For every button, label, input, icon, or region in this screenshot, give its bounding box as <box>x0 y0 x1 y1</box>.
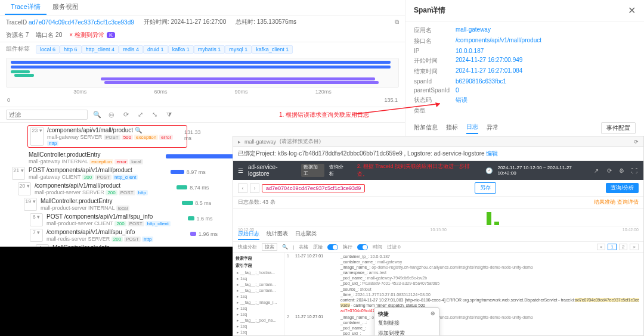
field-item[interactable]: ▸ __tag__:_image_i... <box>236 300 281 306</box>
tab-cluster[interactable]: 日志聚类 <box>295 229 317 240</box>
span-search-input[interactable] <box>6 110 88 120</box>
logstore-stats: 日志条数: 43 条 结果准确 查询详情 <box>233 197 643 209</box>
chip[interactable]: redis 4 <box>119 45 143 54</box>
detail-subtab[interactable]: 指标 <box>446 123 458 133</box>
highlighted-span: 23 ▾/components/api/v1/mall/product 🔍mal… <box>27 125 187 148</box>
stats-detail-link[interactable]: 结果准确 查询详情 <box>594 198 639 206</box>
popover-close-icon[interactable]: ⊗ <box>431 310 435 318</box>
pager-1[interactable]: 1 <box>608 244 616 250</box>
close-icon[interactable]: ✕ <box>628 5 636 16</box>
expand-toggle[interactable]: 19 ▾ <box>24 198 37 211</box>
gutter-refresh-icon[interactable]: ⟳ <box>634 139 639 145</box>
tab-chart[interactable]: 统计图表 <box>267 229 288 240</box>
field-item[interactable]: ▸ __tag__:_contain... <box>236 288 281 294</box>
expand-toggle[interactable]: 6 ▾ <box>30 213 43 226</box>
target-icon[interactable]: ◎ <box>107 110 116 120</box>
open-external-icon[interactable]: ⧉ <box>395 18 399 26</box>
field-item[interactable]: ▸ 1sq <box>236 306 281 312</box>
kv-row: spanIdb6290816c633fbc1 <box>414 77 636 86</box>
traceid-link[interactable]: ad7e0704c09cd47ec937c5cf1c3ce93d9 <box>29 19 134 26</box>
pager: < 1 2 > <box>597 244 639 250</box>
time-toggle[interactable] <box>357 244 368 250</box>
event-config-button[interactable]: 事件配置 <box>601 122 636 134</box>
detail-sub-tabs: 附加信息指标日志异常事件配置 <box>405 120 644 137</box>
entry-filter[interactable]: 端口名 20 <box>36 31 62 39</box>
logstore-histogram[interactable]: 10:12:00 10:15:30 10:42:00 <box>238 210 639 226</box>
detail-subtab[interactable]: 异常 <box>487 123 499 133</box>
query-fwd-icon[interactable]: › <box>250 183 259 193</box>
logstore-tab-query[interactable]: 查询分析 <box>329 164 348 177</box>
field-item[interactable]: ▸ 1sq <box>236 294 281 300</box>
logstore-edit-link[interactable]: 编辑 <box>486 150 498 157</box>
field-search-input[interactable]: 搜索 <box>262 243 277 251</box>
field-item[interactable]: ▸ __tag__:_pod_na... <box>236 318 281 323</box>
context-popover-1: 快捷⊗ 复制链接添加到搜索从搜索排除创建快速查询 <box>374 307 439 335</box>
masked-area <box>0 247 233 336</box>
kv-row: 接口名/components/api/v1/mall/product <box>414 36 636 46</box>
field-item[interactable]: ▸ 1sq <box>236 323 281 329</box>
log-entry[interactable]: 111-27 10:27:01_container_ip_: 10.0.0.18… <box>287 254 641 313</box>
chip[interactable]: http 6 <box>60 45 82 54</box>
expand-toggle[interactable]: 23 ▾ <box>30 127 44 146</box>
popover-option[interactable]: 添加到搜索 <box>378 328 435 335</box>
expand-icon[interactable]: ⤢ <box>135 110 145 120</box>
log-entry[interactable]: 211-27 10:27:01_image_name_: op-demo-reg… <box>287 315 641 335</box>
refresh2-icon[interactable]: ⟳ <box>605 166 613 175</box>
search-icon[interactable]: 🔍 <box>92 110 102 120</box>
wrap-toggle[interactable] <box>327 244 338 250</box>
logstore-entries: 111-27 10:27:01_container_ip_: 10.0.0.18… <box>284 253 643 335</box>
field-item[interactable]: ▸ __tag__:_hostna... <box>236 270 281 276</box>
chip[interactable]: local 6 <box>36 45 60 54</box>
expand-toggle[interactable]: 20 ▾ <box>18 182 31 195</box>
chip[interactable]: http_client 4 <box>82 45 119 54</box>
pager-prev[interactable]: < <box>597 244 606 250</box>
detail-subtab[interactable]: 日志 <box>466 123 478 134</box>
field-item[interactable]: ▸ __tag__:_contain... <box>236 282 281 288</box>
logstore-query-row: ‹ › ad7e0704c09cd47ec937c5cf1c3ce93d9 另存… <box>233 180 643 197</box>
view-raw-button[interactable]: 原始 <box>313 244 323 250</box>
logstore-toolbar: 快速分析 搜索🔍 | 表格 原始 换行 时间 过滤 0 < 1 2 > <box>233 242 643 253</box>
popover-option[interactable]: 复制链接 <box>378 318 435 328</box>
menu-icon[interactable]: ☰ <box>238 167 243 174</box>
collapse-icon[interactable]: ⤡ <box>150 110 159 120</box>
time-range-button[interactable]: 🕘 <box>485 166 493 175</box>
chip[interactable]: druid 1 <box>143 45 168 54</box>
chip[interactable]: kafka_client 1 <box>252 45 293 54</box>
chip[interactable]: mysql 1 <box>225 45 252 54</box>
fullscreen-icon[interactable]: ⛶ <box>631 166 639 175</box>
detail-subtab[interactable]: 附加信息 <box>414 123 438 133</box>
field-item[interactable]: ▸ 1sq <box>236 329 281 335</box>
chip[interactable]: kafka 1 <box>168 45 194 54</box>
query-input[interactable]: ad7e0704c09cd47ec937c5cf1c3ce93d9 <box>262 184 365 192</box>
save-query-button[interactable]: 另存 <box>475 182 496 194</box>
refresh-icon[interactable]: ⟳ <box>121 110 131 120</box>
pager-2[interactable]: 2 <box>619 244 627 250</box>
expand-toggle[interactable]: 21 ▾ <box>12 167 25 180</box>
view-table-button[interactable]: 表格 <box>299 244 308 250</box>
field-item[interactable]: ▸ 1sq <box>236 312 281 318</box>
share-icon[interactable]: ↗ <box>592 166 600 175</box>
tab-service-view[interactable]: 服务视图 <box>47 0 85 15</box>
anomaly-pill[interactable]: × 检测到异常K <box>69 31 115 39</box>
tab-trace-detail[interactable]: Trace详情 <box>5 0 47 15</box>
trace-info-row: TraceID ad7e0704c09cd47ec937c5cf1c3ce93d… <box>0 15 405 29</box>
trace-tabs: Trace详情 服务视图 <box>0 0 405 15</box>
logstore-tab-process[interactable]: 数据加工 <box>301 164 324 177</box>
pager-next[interactable]: > <box>630 244 639 250</box>
annotation-2: 2. 根据 TraceId 找到关联的应用日志做进一步排查。 <box>357 163 475 178</box>
query-back-icon[interactable]: ‹ <box>238 183 247 193</box>
filter-button[interactable]: 过滤 0 <box>387 244 401 250</box>
expand-toggle[interactable]: 7 ▾ <box>30 229 43 242</box>
filter-icon[interactable]: ⧩ <box>164 110 174 120</box>
timeline-overview[interactable] <box>6 58 399 88</box>
run-query-button[interactable]: 查询/分析 <box>606 183 639 193</box>
settings-icon[interactable]: ⚙ <box>618 166 626 175</box>
kv-row: 状态码错误 <box>414 95 636 105</box>
inspect-icon[interactable]: 🔍 <box>133 127 142 133</box>
resource-filter[interactable]: 资源名 7 <box>6 31 29 39</box>
kv-row: 应用名mall-gateway <box>414 25 636 36</box>
field-item[interactable]: ▸ 1sq <box>236 276 281 282</box>
logstore-panel: 已绑定Project: k8s-log-c7b48d178ddfa42dbbc0… <box>233 147 644 336</box>
chip[interactable]: mybatis 1 <box>194 45 225 54</box>
detail-title: Span详情 <box>414 5 445 15</box>
